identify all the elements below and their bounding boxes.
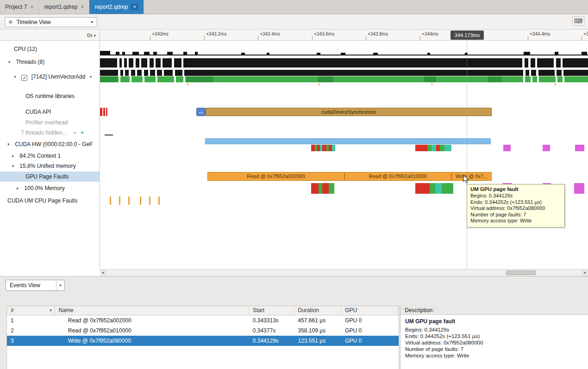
cell-num: 2 [7, 326, 55, 336]
tree-row-um-cpu-page-faults[interactable]: CUDA UM CPU Page Faults [0, 196, 100, 205]
table-row[interactable]: 1 Read @ 0x7f952a002000 0.343313s 457.66… [7, 315, 399, 326]
row-label: CUDA HW (0000:02:00.0 - GeF [15, 141, 93, 148]
tooltip-title: UM GPU page fault [470, 186, 561, 192]
cpu-page-fault-tick[interactable] [110, 197, 111, 205]
hide-thread-button[interactable]: − [73, 129, 76, 136]
expander-icon[interactable]: ▾ [7, 140, 13, 149]
gpu-page-fault-bar-write[interactable]: Write @ 0x7... [451, 172, 492, 181]
cell-start: 0.343313s [249, 315, 294, 326]
cell-start: 0.34377s [249, 326, 294, 336]
tab-report2-active[interactable]: report2.qdrep × [89, 0, 144, 14]
header-duration[interactable]: Duration [294, 306, 342, 315]
cpu-usage-spike [317, 53, 320, 55]
row-options-icon[interactable]: ▾ [90, 72, 96, 81]
thread-event-tick [319, 83, 319, 86]
gpu-page-fault-bar-read1[interactable]: Read @ 0x7f952a002000 [207, 172, 344, 181]
tree-row-threads[interactable]: ▾ Threads (8) [0, 57, 100, 67]
tree-row-cpu[interactable]: CPU (12) [0, 44, 100, 54]
memory-transfer-segment [430, 183, 435, 194]
tab-label: report2.qdrep [94, 4, 128, 10]
tree-row-cuda-api[interactable]: CUDA API [0, 107, 100, 117]
memory-transfer-segment [319, 183, 322, 194]
expander-icon[interactable]: ▾ [12, 161, 18, 171]
hidden-threads-marker [105, 135, 113, 135]
expander-icon[interactable]: ▸ [12, 151, 18, 160]
tree-row-unified-memory[interactable]: ▾ 15.8% Unified memory [0, 161, 100, 171]
sort-icon[interactable]: ▾ [50, 306, 52, 315]
ruler-tick [420, 36, 420, 41]
cell-name: Read @ 0x7f952a002000 [55, 315, 249, 326]
cell-duration: 457.661 μs [294, 315, 342, 326]
close-icon[interactable]: × [81, 4, 84, 10]
cpu-usage-spike [116, 52, 119, 55]
tree-row-uvm-thread[interactable]: ▾ ✓ [7142] UvmVectorAdd ▾ [0, 72, 100, 81]
cuda-api-call-bar[interactable] [100, 108, 102, 116]
tree-row-threads-hidden[interactable]: 7 threads hidden... − + [0, 128, 100, 137]
tree-row-profiler-overhead[interactable]: Profiler overhead [0, 118, 100, 127]
ruler-tick-label: +3 [583, 31, 588, 37]
cuda-api-call-bar[interactable] [106, 108, 107, 116]
header-num[interactable]: # ▾ [7, 306, 55, 315]
table-row[interactable]: 2 Read @ 0x7f952a010000 0.34377s 358.109… [7, 326, 399, 336]
memory-transfer-segment [322, 183, 329, 194]
description-line: Number of page faults: 7 [405, 346, 583, 352]
memory-op-segment [329, 145, 332, 151]
cpu-page-fault-tick[interactable] [149, 197, 150, 205]
cuda-api-collapsed-calls-chip[interactable]: ... [196, 108, 206, 116]
tab-project7[interactable]: Project 7 × [0, 0, 39, 14]
expander-icon[interactable]: ▸ [17, 184, 23, 193]
header-gpu[interactable]: GPU [341, 306, 399, 315]
description-line: Virtual address: 0x7f952a080000 [405, 339, 583, 346]
cell-num: 1 [7, 315, 55, 326]
tree-row-gpu-page-faults-selected[interactable]: GPU Page Faults [0, 172, 100, 182]
ruler-tick-label: +344ms [422, 31, 438, 37]
cell-gpu: GPU 0 [341, 336, 399, 346]
cuda-device-synchronize-bar[interactable]: cudaDeviceSynchronize [206, 108, 492, 116]
header-start[interactable]: Start [249, 306, 294, 315]
cpu-page-fault-tick[interactable] [119, 197, 120, 205]
view-selector-dropdown[interactable]: ≡ Timeline View ▾ [5, 17, 97, 27]
events-view-label: Events View [10, 282, 40, 289]
tree-row-memory[interactable]: ▸ 100.0% Memory [0, 184, 100, 193]
timeline-horizontal-scrollbar[interactable]: ◂ ▸ [100, 269, 588, 276]
threads-activity-bar [100, 58, 588, 68]
page-fault-tooltip: UM GPU page fault Begins: 0.344129s Ends… [467, 184, 565, 228]
close-icon[interactable]: × [30, 4, 33, 10]
events-view-dropdown[interactable]: Events View ▾ [6, 280, 65, 291]
gpu-page-fault-bar-read2[interactable]: Read @ 0x7f952a010000 [344, 172, 451, 181]
scrollbar-thumb[interactable] [506, 271, 536, 275]
scroll-left-button[interactable]: ◂ [100, 270, 106, 277]
timeline-row-tree: CPU (12) ▾ Threads (8) ▾ ✓ [7142] UvmVec… [0, 41, 100, 269]
timescale-origin-dropdown[interactable]: 0s ▾ [0, 30, 100, 41]
cpu-page-fault-tick[interactable] [128, 197, 130, 205]
keyboard-shortcuts-icon[interactable]: ⌨ [572, 17, 584, 25]
ruler-tick-label: +343.6ms [314, 31, 334, 37]
ruler-tick [312, 36, 313, 41]
row-label: CUDA UM CPU Page Faults [7, 197, 77, 204]
cell-duration: 123.551 μs [294, 336, 342, 346]
cpu-usage-spike [341, 53, 345, 55]
scroll-right-button[interactable]: ▸ [582, 270, 588, 277]
mouse-cursor [463, 175, 469, 184]
cuda-hw-kernel-bar[interactable] [205, 138, 491, 144]
close-icon[interactable]: × [131, 4, 138, 10]
thread-checkbox[interactable]: ✓ [21, 75, 27, 81]
cell-name: Write @ 0x7f952a080000 [55, 336, 249, 346]
memory-op-segment [436, 145, 440, 151]
tree-row-cuda-hw[interactable]: ▾ CUDA HW (0000:02:00.0 - GeF [0, 140, 100, 149]
expander-icon[interactable]: ▾ [14, 72, 20, 81]
thread-event-tick [188, 83, 188, 86]
show-thread-button[interactable]: + [81, 129, 84, 136]
cuda-api-call-bar[interactable] [103, 108, 105, 116]
cpu-page-fault-tick[interactable] [140, 197, 141, 205]
expander-icon[interactable]: ▾ [8, 57, 14, 67]
ruler-tick-label: +343ms [152, 31, 169, 37]
table-row-selected[interactable]: 3 Write @ 0x7f952a080000 0.344129s 123.5… [7, 336, 399, 346]
tree-row-context1[interactable]: ▸ 84.2% Context 1 [0, 151, 100, 160]
cpu-page-fault-tick[interactable] [158, 197, 160, 205]
header-name[interactable]: Name [55, 306, 249, 315]
tree-row-os-runtime[interactable]: OS runtime libraries [0, 92, 100, 101]
tab-report1[interactable]: report1.qdrep × [39, 0, 89, 14]
tooltip-line: Ends: 0.344252s (+123.551 μs) [470, 199, 561, 206]
description-panel: UM GPU page fault Begins: 0.344129s Ends… [400, 315, 588, 369]
